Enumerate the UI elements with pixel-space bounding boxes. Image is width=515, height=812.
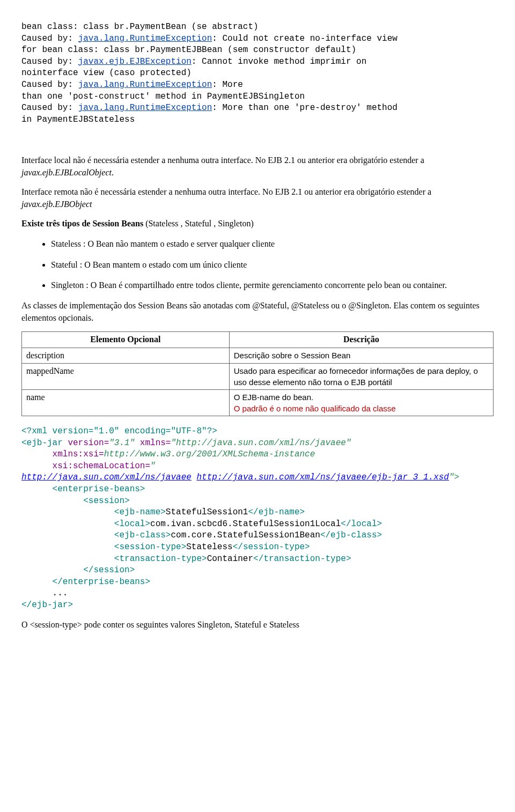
- table-row: name O EJB-name do bean. O padrão é o no…: [22, 390, 494, 416]
- paragraph-remote-interface: Interface remota não é necessária estend…: [21, 186, 494, 210]
- table-cell: Usado para especificar ao fornecedor inf…: [229, 364, 493, 390]
- paragraph-session-type: O <session-type> pode conter os seguinte…: [21, 619, 494, 631]
- url-link[interactable]: http://java.sun.com/xml/ns/javaee/ejb-ja…: [196, 473, 448, 482]
- exception-link[interactable]: java.lang.RuntimeException: [78, 80, 212, 90]
- stack-line: Caused by:: [21, 57, 78, 67]
- stack-line: : More than one 'pre-destroy' method: [212, 103, 398, 113]
- stack-line: Caused by:: [21, 80, 78, 90]
- list-item: Stateful : O Bean mantem o estado com um…: [51, 259, 494, 271]
- table-cell: name: [22, 390, 230, 416]
- stack-line: in PaymentEJBStateless: [21, 115, 135, 124]
- paragraph-session-beans: Existe três tipos de Session Beans (Stat…: [21, 218, 494, 230]
- stack-line: : Could not create no-interface view: [212, 34, 398, 43]
- exception-link[interactable]: javax.ejb.EJBException: [78, 57, 192, 67]
- table-cell: mappedName: [22, 364, 230, 390]
- stack-line: Caused by:: [21, 103, 78, 113]
- session-bean-list: Stateless : O Bean não mantem o estado e…: [21, 238, 494, 291]
- exception-link[interactable]: java.lang.RuntimeException: [78, 34, 212, 43]
- paragraph-local-interface: Interface local não é necessária estende…: [21, 154, 494, 179]
- table-cell: Descrição sobre o Session Bean: [229, 348, 493, 363]
- table-header: Elemento Opcional: [22, 332, 230, 348]
- stack-line: : Cannot invoke method imprimir on: [192, 57, 366, 67]
- elements-table: Elemento Opcional Descrição description …: [21, 331, 494, 416]
- stack-line: Caused by:: [21, 34, 78, 43]
- stack-trace: bean class: class br.PaymentBean (se abs…: [21, 21, 494, 126]
- exception-link[interactable]: java.lang.RuntimeException: [78, 103, 212, 113]
- table-cell: description: [22, 348, 230, 363]
- stack-line: bean class: class br.PaymentBean (se abs…: [21, 22, 259, 32]
- stack-line: than one 'post-construct' method in Paym…: [21, 92, 305, 101]
- stack-line: nointerface view (caso protected): [21, 68, 192, 78]
- url-link[interactable]: http://java.sun.com/xml/ns/javaee: [21, 473, 192, 482]
- paragraph-annotations: As classes de implementação dos Session …: [21, 300, 494, 324]
- table-row: description Descrição sobre o Session Be…: [22, 348, 494, 363]
- table-header: Descrição: [229, 332, 493, 348]
- list-item: Stateless : O Bean não mantem o estado e…: [51, 238, 494, 250]
- xml-code: <?xml version="1.0" encoding="UTF-8"?> <…: [21, 426, 494, 611]
- stack-line: for bean class: class br.PaymentEJBBean …: [21, 45, 356, 55]
- list-item: Singleton : O Bean é compartilhado entre…: [51, 279, 494, 291]
- stack-line: : More: [212, 80, 243, 90]
- table-cell: O EJB-name do bean. O padrão é o nome nã…: [229, 390, 493, 416]
- table-row: mappedName Usado para especificar ao for…: [22, 364, 494, 390]
